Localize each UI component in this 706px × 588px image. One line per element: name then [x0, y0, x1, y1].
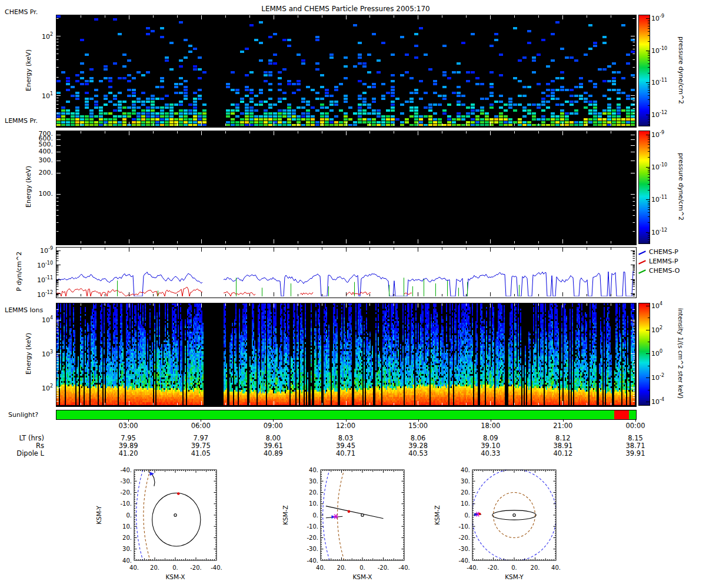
time-tick-label: 18:00 [473, 422, 508, 430]
orbit-plot-xz: 40.20.0.-20.-40.40.30.20.10.0.-10.-20.-3… [279, 465, 417, 586]
orbit-path [337, 470, 344, 560]
time-tick-label: 21:00 [545, 422, 581, 430]
p1-y-tick-label: 101 [18, 91, 53, 100]
ephemeris-value: 40.89 [255, 449, 291, 457]
ephemeris-value: 41.05 [183, 449, 218, 457]
legend-label-lemms-p: LEMMS-P [649, 258, 678, 265]
time-tick-label: 15:00 [401, 422, 436, 430]
orbit-y-tick-label: 30. [122, 546, 132, 552]
sunlight-segment [614, 410, 630, 419]
orbit-x-tick-label: 0. [359, 564, 365, 571]
colorbar2-tick-label: 10-12 [651, 228, 678, 236]
ephemeris-value: 38.91 [545, 442, 581, 450]
orbit-circle [152, 493, 201, 546]
orbit-x-axis-label: KSM-X [165, 573, 185, 580]
caption-chems-pressure: CHEMS Pr. [5, 8, 38, 16]
orbit-y-tick-label: 10. [461, 500, 470, 507]
time-tick-label: 00:00 [618, 422, 653, 430]
orbit-y-tick-label: -20. [458, 534, 470, 541]
pressure-lines-panel [56, 247, 637, 298]
orbit-y-tick-label: 40. [309, 467, 318, 473]
sunlight-bar [56, 410, 637, 420]
ephemeris-value: 39.91 [618, 449, 653, 457]
legend-swatch-chems-p [638, 250, 646, 255]
p3-y-tick-label: 10-12 [18, 290, 53, 299]
orbit-y-axis-label: KSM-Y [95, 506, 102, 524]
colorbar2-tick-label: 10-9 [651, 130, 678, 139]
orbit-x-tick-label: -40. [467, 564, 478, 571]
colorbar3-tick-label: 10-2 [651, 373, 678, 382]
colorbar-pressure-2 [638, 131, 650, 244]
colorbar1-tick-label: 10-11 [651, 78, 678, 86]
orbit-y-tick-label: 0. [126, 512, 132, 519]
colorbar1-title: pressure dyne/cm^2 [677, 24, 685, 118]
ephemeris-value: 40.33 [473, 449, 508, 457]
orbit-y-axis-label: KSM-Z [282, 505, 289, 525]
orbit-y-tick-label: -30. [307, 546, 318, 552]
lemms-ions-spectrogram [56, 303, 635, 405]
caption-sunlight: Sunlight? [8, 411, 38, 419]
sunlight-segment [629, 410, 636, 419]
legend-label-chems-p: CHEMS-P [649, 248, 678, 256]
p2-y-tick-label: 100. [18, 190, 53, 198]
orbit-circle [513, 514, 515, 517]
position-dot [177, 492, 180, 495]
orbit-y-tick-label: -30. [458, 546, 470, 552]
colorbar3-tick-label: 104 [651, 301, 678, 310]
colorbar1-tick-label: 10-12 [651, 110, 678, 119]
ephemeris-value: 8.06 [401, 434, 436, 442]
p1-y-tick-label: 102 [18, 32, 53, 41]
orbit-x-tick-label: 20. [531, 564, 540, 571]
colorbar-intensity-gradient [639, 303, 650, 405]
orbit-x-tick-label: 20. [150, 564, 159, 571]
ephemeris-value: 40.53 [401, 449, 436, 457]
ephemeris-value: 39.61 [255, 442, 291, 450]
orbit-x-tick-label: 40. [129, 564, 139, 571]
orbit-shapes [136, 470, 201, 560]
orbit-x-tick-label: 20. [337, 564, 347, 571]
p4-y-tick-label: 104 [18, 315, 53, 324]
orbit-y-tick-label: -40. [120, 467, 132, 473]
colorbar3-tick-label: 102 [651, 325, 678, 334]
p2-y-tick-label: 300. [18, 156, 53, 164]
ephemeris-value: 38.71 [618, 442, 653, 450]
ephemeris-value: 39.28 [401, 442, 436, 450]
orbit-x-tick-label: -20. [190, 564, 202, 571]
orbit-path [144, 470, 150, 560]
position-dot [348, 510, 351, 513]
orbit-x-tick-label: -40. [211, 564, 222, 571]
figure-title: LEMMS and CHEMS Particle Pressures 2005:… [56, 5, 635, 13]
orbit-y-tick-label: 0. [464, 512, 470, 519]
orbit-plot-xy: 40.20.0.-20.-40.-40.-30.-20.-10.0.10.20.… [93, 465, 229, 586]
ephemeris-value: 8.12 [545, 434, 581, 442]
orbit-x-tick-label: 0. [511, 564, 517, 571]
p4-y-tick-label: 103 [18, 349, 53, 358]
orbit-path [323, 470, 329, 560]
ephemeris-value: 8.03 [328, 434, 364, 442]
orbit-y-tick-label: 20. [309, 489, 318, 496]
orbit-y-tick-label: -20. [307, 534, 318, 541]
orbit-shapes [323, 470, 384, 560]
colorbar3-tick-label: 10-4 [651, 397, 678, 406]
lemms-ions-panel [56, 303, 637, 407]
legend-swatch-lemms-p [638, 260, 646, 264]
ephemeris-value: 7.97 [183, 434, 218, 442]
orbit-x-tick-label: 0. [172, 564, 178, 571]
p3-y-tick-label: 10-9 [18, 246, 53, 255]
orbit-y-tick-label: 10. [309, 500, 318, 507]
ephemeris-value: 40.71 [328, 449, 364, 457]
time-tick-label: 03:00 [111, 422, 146, 430]
orbit-x-tick-label: 40. [551, 564, 561, 571]
chems-pressure-panel [56, 15, 637, 128]
orbit-circle [174, 514, 176, 517]
orbit-plot-yz: -40.-20.0.20.40.40.30.20.10.0.-10.-20.-3… [431, 465, 569, 586]
orbit-y-tick-label: 10. [122, 523, 132, 530]
orbit-y-axis-label: KSM-Z [434, 505, 441, 525]
position-dot [478, 513, 481, 515]
colorbar2-tick-label: 10-10 [651, 162, 678, 171]
caption-lemms-ions: LEMMS Ions [5, 306, 43, 314]
orbit-shapes [472, 469, 557, 561]
orbit-y-tick-label: -40. [307, 557, 318, 564]
time-tick-label: 09:00 [255, 422, 291, 430]
ephemeris-value: 41.20 [111, 449, 146, 457]
